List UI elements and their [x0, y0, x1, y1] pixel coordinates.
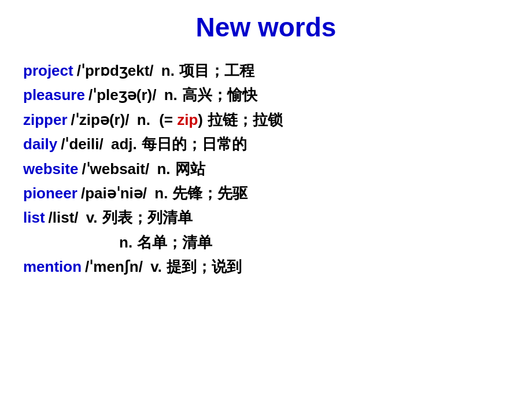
word-en: mention	[23, 256, 82, 277]
word-list: project /ˈprɒdʒekt/ n. 项目；工程 pleasure /ˈ…	[23, 60, 509, 278]
word-pos: n.	[160, 84, 177, 105]
word-phonetic: /list/	[49, 207, 79, 228]
word-phonetic: /ˈzipə(r)/	[71, 109, 130, 130]
page: New words project /ˈprɒdʒekt/ n. 项目；工程 p…	[0, 0, 532, 399]
word-phonetic: /ˈprɒdʒekt/	[77, 60, 154, 81]
word-en: pleasure	[23, 84, 85, 105]
word-definition: 名单；清单	[137, 232, 212, 253]
word-en: website	[23, 158, 78, 179]
word-definition: 网站	[175, 158, 205, 179]
word-en: zipper	[23, 109, 68, 130]
word-en: project	[23, 60, 73, 81]
word-definition: 拉链；拉锁	[208, 109, 283, 130]
list-item: zipper /ˈzipə(r)/ n. (= zip) 拉链；拉锁	[23, 109, 509, 130]
word-phonetic: /paiəˈniə/	[81, 183, 147, 204]
word-pos: v.	[82, 207, 98, 228]
word-pos: n.	[119, 232, 132, 253]
list-item: mention /ˈmenʃn/ v. 提到；说到	[23, 256, 509, 277]
list-item: website /ˈwebsait/ n. 网站	[23, 158, 509, 179]
word-phonetic: /ˈpleʒə(r)/	[88, 84, 156, 105]
word-pos: n.	[133, 109, 150, 130]
list-item: project /ˈprɒdʒekt/ n. 项目；工程	[23, 60, 509, 81]
word-definition: 提到；说到	[167, 256, 242, 277]
word-pos: v.	[146, 256, 162, 277]
word-definition: 每日的；日常的	[142, 134, 247, 154]
word-en: list	[23, 207, 45, 228]
word-definition: 项目；工程	[179, 60, 254, 81]
list-item: pioneer /paiəˈniə/ n. 先锋；先驱	[23, 183, 509, 204]
word-phonetic: /ˈmenʃn/	[85, 256, 143, 277]
list-item: daily /ˈdeili/ adj. 每日的；日常的	[23, 134, 509, 154]
word-pos: n.	[153, 158, 170, 179]
word-pos: adj.	[107, 134, 137, 154]
word-pos: n.	[157, 60, 175, 81]
word-phonetic: /ˈwebsait/	[82, 158, 149, 179]
list-item: n. 名单；清单	[23, 232, 509, 253]
word-extra: (= zip)	[155, 109, 203, 130]
word-pos: n.	[150, 183, 168, 204]
list-item: list /list/ v. 列表；列清单	[23, 207, 509, 228]
word-phonetic: /ˈdeili/	[61, 134, 103, 154]
list-item: pleasure /ˈpleʒə(r)/ n. 高兴；愉快	[23, 84, 509, 105]
word-highlight: zip	[177, 111, 198, 128]
word-definition: 列表；列清单	[102, 207, 193, 228]
word-en: daily	[23, 134, 57, 154]
word-en: pioneer	[23, 183, 77, 204]
word-definition: 先锋；先驱	[172, 183, 247, 204]
page-title: New words	[23, 6, 509, 49]
word-definition: 高兴；愉快	[182, 84, 257, 105]
